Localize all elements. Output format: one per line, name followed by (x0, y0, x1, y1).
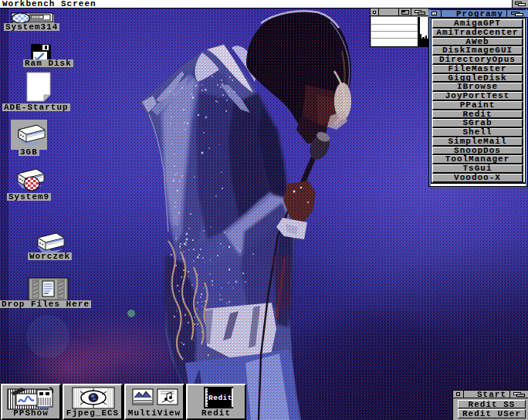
svg-text:Redit: Redit (208, 394, 232, 402)
